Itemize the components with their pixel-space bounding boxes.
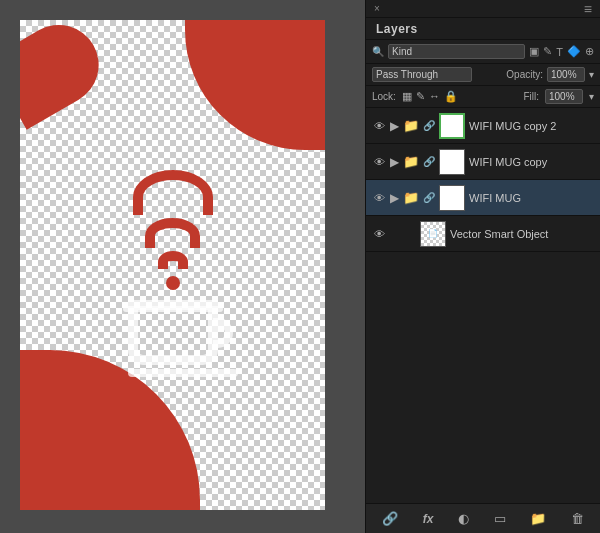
- red-corner-top-right: [185, 20, 325, 150]
- pixel-filter-icon[interactable]: ▣: [529, 45, 539, 58]
- wifi-icon: [133, 170, 213, 290]
- smart-filter-icon[interactable]: ⊕: [585, 45, 594, 58]
- layer-thumbnail: 📄: [420, 221, 446, 247]
- folder-icon: ▶: [390, 119, 399, 133]
- layer-item[interactable]: 👁 ▶ 📁 🔗 WIFI MUG: [366, 180, 600, 216]
- blend-opacity-row: Pass Through Normal Multiply Screen Opac…: [366, 64, 600, 86]
- layer-visibility-icon[interactable]: 👁: [372, 156, 386, 168]
- search-icon: 🔍: [372, 46, 384, 57]
- layer-visibility-icon[interactable]: 👁: [372, 192, 386, 204]
- link-icon[interactable]: 🔗: [380, 509, 400, 528]
- lock-fill-row: Lock: ▦ ✎ ↔ 🔒 Fill: ▾: [366, 86, 600, 108]
- layer-item[interactable]: 👁 ▶ 📁 🔗 WIFI MUG copy: [366, 144, 600, 180]
- lock-label: Lock:: [372, 91, 396, 102]
- group-folder-icon: 📁: [403, 118, 419, 133]
- layers-list: 👁 ▶ 📁 🔗 WIFI MUG copy 2 👁 ▶ 📁 🔗 WIFI MUG…: [366, 108, 600, 503]
- layer-thumbnail: [439, 185, 465, 211]
- opacity-input[interactable]: [547, 67, 585, 82]
- red-stripe-top-left: [20, 20, 113, 130]
- mug-handle: [213, 318, 233, 348]
- lock-pixels-icon[interactable]: ▦: [402, 90, 412, 103]
- blend-mode-select[interactable]: Pass Through Normal Multiply Screen: [372, 67, 472, 82]
- layer-name: Vector Smart Object: [450, 228, 594, 240]
- filter-icons: ▣ ✎ T 🔷 ⊕: [529, 45, 594, 58]
- panel-title: Layers: [366, 18, 600, 40]
- lock-all-icon[interactable]: 🔒: [444, 90, 458, 103]
- adjustment-icon[interactable]: ◐: [456, 509, 471, 528]
- layer-item[interactable]: 👁 📄 Vector Smart Object: [366, 216, 600, 252]
- shape-filter-icon[interactable]: 🔷: [567, 45, 581, 58]
- group-folder-icon: 📁: [403, 154, 419, 169]
- layers-panel: × ≡ Layers 🔍 Kind ▣ ✎ T 🔷 ⊕ Pass Through…: [365, 0, 600, 533]
- layer-item[interactable]: 👁 ▶ 📁 🔗 WIFI MUG copy 2: [366, 108, 600, 144]
- layer-name: WIFI MUG: [469, 192, 594, 204]
- layer-visibility-icon[interactable]: 👁: [372, 120, 386, 132]
- canvas-area: [0, 0, 365, 533]
- fill-chevron: ▾: [589, 91, 594, 102]
- layer-thumbnail: [439, 149, 465, 175]
- search-bar: 🔍 Kind ▣ ✎ T 🔷 ⊕: [366, 40, 600, 64]
- folder-icon: ▶: [390, 191, 399, 205]
- mug-icon: [128, 300, 218, 377]
- smart-object-icon: 📄: [422, 223, 444, 245]
- bottom-toolbar: 🔗 fx ◐ ▭ 📁 🗑: [366, 503, 600, 533]
- mug-body: [128, 300, 218, 365]
- wifi-arc-medium: [145, 218, 200, 248]
- mug-saucer: [128, 369, 238, 377]
- panel-close-icon[interactable]: ×: [374, 3, 380, 14]
- delete-icon[interactable]: 🗑: [569, 509, 586, 528]
- adjustment-filter-icon[interactable]: ✎: [543, 45, 552, 58]
- canvas-content: [20, 20, 325, 510]
- folder-icon: ▶: [390, 155, 399, 169]
- group-folder-icon: 📁: [403, 190, 419, 205]
- opacity-label: Opacity:: [506, 69, 543, 80]
- fill-input[interactable]: [545, 89, 583, 104]
- layer-link-icon: 🔗: [423, 120, 435, 131]
- opacity-chevron: ▾: [589, 69, 594, 80]
- wifi-arc-large: [133, 170, 213, 215]
- fx-icon[interactable]: fx: [421, 510, 436, 528]
- lock-position-icon[interactable]: ✎: [416, 90, 425, 103]
- type-filter-icon[interactable]: T: [556, 46, 563, 58]
- panel-menu-icon[interactable]: ≡: [584, 1, 592, 17]
- layer-thumbnail: [439, 113, 465, 139]
- fill-label: Fill:: [523, 91, 539, 102]
- wifi-dot: [166, 276, 180, 290]
- layer-link-icon: 🔗: [423, 192, 435, 203]
- lock-icons-group: ▦ ✎ ↔ 🔒: [402, 90, 458, 103]
- lock-move-icon[interactable]: ↔: [429, 90, 440, 103]
- layer-visibility-icon[interactable]: 👁: [372, 228, 386, 240]
- mask-icon[interactable]: ▭: [492, 509, 508, 528]
- layer-link-icon: 🔗: [423, 156, 435, 167]
- panel-topbar: × ≡: [366, 0, 600, 18]
- layer-name: WIFI MUG copy: [469, 156, 594, 168]
- kind-select[interactable]: Kind: [388, 44, 525, 59]
- wifi-arc-small: [158, 251, 188, 269]
- layer-name: WIFI MUG copy 2: [469, 120, 594, 132]
- group-icon[interactable]: 📁: [528, 509, 548, 528]
